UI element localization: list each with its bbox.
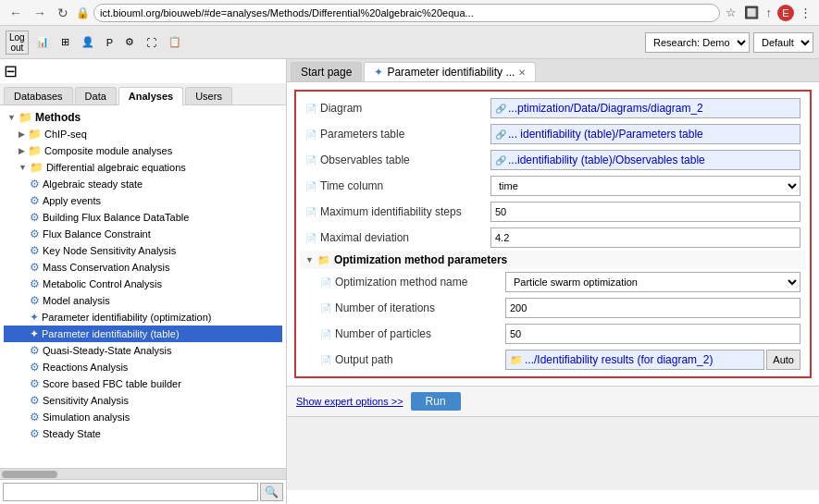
tab-analyses[interactable]: Analyses	[118, 87, 183, 105]
share-icon[interactable]: ↑	[764, 4, 775, 21]
back-button[interactable]: ←	[6, 4, 26, 22]
scrollbar-thumb[interactable]	[2, 471, 57, 478]
logout-button[interactable]: Logout	[6, 31, 29, 55]
composite-label: Composite module analyses	[44, 145, 172, 156]
param-tab-label: Parameter identifiability ...	[387, 66, 515, 79]
tool-3[interactable]: 👤	[77, 33, 99, 51]
tree-search-input[interactable]	[3, 483, 258, 501]
tool-2[interactable]: ⊞	[56, 33, 74, 51]
tree-item-param-opt[interactable]: ✦ Parameter identifiability (optimizatio…	[4, 309, 282, 326]
tree-item-apply-events[interactable]: ⚙ Apply events	[4, 192, 282, 209]
tree-item-score-fbc[interactable]: ⚙ Score based FBC table builder	[4, 375, 282, 392]
observables-doc-icon: 📄	[305, 155, 316, 166]
run-button[interactable]: Run	[411, 392, 461, 411]
optimization-section-header[interactable]: ▼ 📁 Optimization method parameters	[300, 251, 806, 269]
max-steps-text: Maximum identifiability steps	[320, 205, 462, 218]
expand-icon-diffalg: ▼	[7, 163, 27, 172]
params-doc-icon: 📄	[305, 129, 316, 140]
tree-item-flux-balance[interactable]: ⚙ Flux Balance Constraint	[4, 226, 282, 242]
show-expert-link[interactable]: Show expert options >>	[296, 396, 403, 407]
forward-button[interactable]: →	[30, 4, 50, 22]
section-expand-icon: ▼	[305, 255, 314, 264]
tree-item-mass-conservation[interactable]: ⚙ Mass Conservation Analysis	[4, 259, 282, 276]
diagram-value[interactable]: 🔗 ...ptimization/Data/Diagrams/diagram_2	[490, 98, 800, 118]
simulation-label: Simulation analysis	[43, 412, 130, 423]
observables-table-label: 📄 Observables table	[305, 154, 490, 166]
left-panel-toggle[interactable]: ⊟	[4, 62, 18, 80]
tool-4[interactable]: P	[102, 34, 118, 51]
user-avatar[interactable]: E	[777, 5, 794, 21]
tool-6[interactable]: ⛶	[142, 34, 161, 51]
key-node-icon: ⚙	[30, 244, 40, 257]
tree-item-key-node[interactable]: ⚙ Key Node Sensitivity Analysis	[4, 242, 282, 259]
tool-5[interactable]: ⚙	[120, 33, 139, 51]
optimization-subsection: 📄 Optimization method name Particle swar…	[300, 269, 806, 373]
iterations-text: Number of iterations	[335, 301, 435, 314]
iterations-input[interactable]	[505, 298, 800, 318]
algebraic-steady-icon: ⚙	[30, 178, 40, 191]
max-deviation-input[interactable]	[490, 227, 800, 248]
form-row-particles: 📄 Number of particles	[315, 321, 806, 347]
default-dropdown[interactable]: Default	[753, 32, 813, 53]
tab-data[interactable]: Data	[75, 87, 117, 104]
tool-7[interactable]: 📋	[164, 33, 186, 51]
algebraic-steady-label: Algebraic steady state	[43, 178, 143, 190]
sensitivity-icon: ⚙	[30, 394, 40, 407]
mass-conservation-label: Mass Conservation Analysis	[43, 262, 170, 273]
research-dropdown[interactable]: Research: Demo	[645, 32, 750, 53]
form-row-iterations: 📄 Number of iterations	[315, 295, 806, 321]
tree-item-metabolic-control[interactable]: ⚙ Metabolic Control Analysis	[4, 276, 282, 292]
diagram-doc-icon: 📄	[305, 104, 316, 114]
tree-root-methods[interactable]: ▼ 📁 Methods	[4, 109, 282, 126]
tree-item-reactions[interactable]: ⚙ Reactions Analysis	[4, 359, 282, 375]
tree-item-model-analysis[interactable]: ⚙ Model analysis	[4, 292, 282, 309]
opt-method-name-select[interactable]: Particle swarm optimization	[505, 272, 800, 292]
tree-item-steady-state[interactable]: ⚙ Steady State	[4, 425, 282, 442]
diagram-label: 📄 Diagram	[305, 102, 490, 115]
time-column-select[interactable]: time	[490, 176, 800, 196]
auto-button[interactable]: Auto	[766, 350, 800, 370]
apply-events-label: Apply events	[43, 195, 101, 206]
url-bar[interactable]	[93, 4, 720, 22]
tab-close-icon[interactable]: ✕	[518, 68, 526, 78]
observables-link-icon: 🔗	[495, 155, 506, 166]
tree-item-quasi-steady[interactable]: ⚙ Quasi-Steady-State Analysis	[4, 342, 282, 359]
composite-folder-icon: 📁	[28, 144, 42, 157]
tree-item-composite[interactable]: ▶ 📁 Composite module analyses	[4, 142, 282, 159]
param-table-icon: ✦	[30, 327, 39, 340]
time-doc-icon: 📄	[305, 181, 316, 191]
output-folder-icon: 📁	[510, 354, 523, 366]
tool-1[interactable]: 📊	[31, 33, 54, 51]
tree-item-param-table[interactable]: ✦ Parameter identifiability (table)	[4, 326, 282, 342]
max-steps-doc-icon: 📄	[305, 207, 316, 217]
tree-item-diffalg[interactable]: ▼ 📁 Differential algebraic equations	[4, 159, 282, 176]
action-bar: Show expert options >> Run	[287, 386, 819, 416]
opt-name-doc-icon: 📄	[320, 277, 331, 288]
observables-table-value[interactable]: 🔗 ...identifiability (table)/Observables…	[490, 150, 800, 170]
extensions-icon[interactable]: 🔲	[742, 4, 761, 21]
star-bookmark-icon[interactable]: ☆	[724, 4, 738, 21]
tree-item-sensitivity[interactable]: ⚙ Sensitivity Analysis	[4, 392, 282, 409]
tab-param-identifiability[interactable]: ✦ Parameter identifiability ... ✕	[364, 62, 536, 81]
flux-balance-label: Flux Balance Constraint	[43, 228, 151, 240]
horizontal-scrollbar[interactable]	[0, 468, 286, 479]
tab-databases[interactable]: Databases	[4, 87, 73, 104]
tab-users[interactable]: Users	[185, 87, 232, 104]
output-path-value[interactable]: 📁 .../Identifiability results (for diagr…	[505, 350, 764, 370]
tree-item-building-flux[interactable]: ⚙ Building Flux Balance DataTable	[4, 209, 282, 226]
left-tab-bar: Databases Data Analyses Users	[0, 83, 286, 105]
output-doc-icon: 📄	[320, 355, 331, 365]
tree-item-simulation[interactable]: ⚙ Simulation analysis	[4, 409, 282, 425]
tree-item-chipseq[interactable]: ▶ 📁 ChIP-seq	[4, 126, 282, 142]
menu-button[interactable]: ⋮	[798, 4, 813, 21]
tree-search-button[interactable]: 🔍	[260, 483, 283, 501]
tab-start-page[interactable]: Start page	[291, 62, 362, 81]
simulation-icon: ⚙	[30, 411, 40, 424]
refresh-button[interactable]: ↻	[54, 4, 72, 22]
max-steps-input[interactable]	[490, 202, 800, 222]
tree-item-algebraic-steady[interactable]: ⚙ Algebraic steady state	[4, 176, 282, 192]
particles-input[interactable]	[505, 324, 800, 344]
parameters-table-value[interactable]: 🔗 ... identifiability (table)/Parameters…	[490, 124, 800, 144]
mass-conservation-icon: ⚙	[30, 261, 40, 274]
flux-balance-icon: ⚙	[30, 227, 40, 240]
